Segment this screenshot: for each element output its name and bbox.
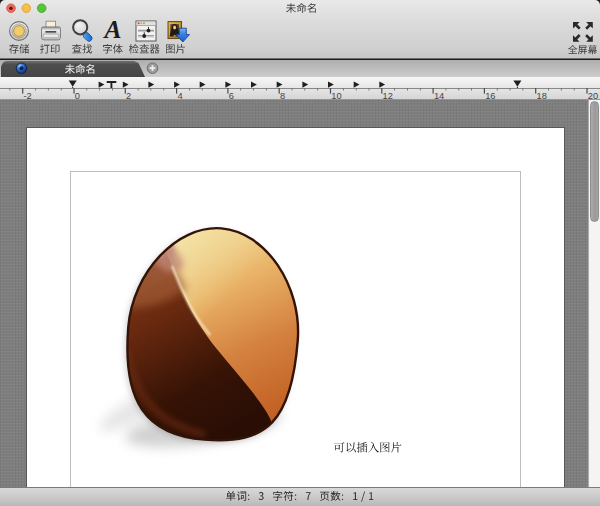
svg-text:20: 20 bbox=[588, 91, 598, 100]
svg-text:4: 4 bbox=[177, 91, 182, 100]
svg-text:12: 12 bbox=[383, 91, 393, 100]
svg-text:8: 8 bbox=[280, 91, 285, 100]
svg-text:14: 14 bbox=[434, 91, 444, 100]
svg-text:10: 10 bbox=[331, 91, 341, 100]
svg-text:0: 0 bbox=[75, 91, 80, 100]
svg-text:16: 16 bbox=[485, 91, 495, 100]
svg-text:2: 2 bbox=[126, 91, 131, 100]
svg-text:6: 6 bbox=[229, 91, 234, 100]
svg-text:-2: -2 bbox=[24, 91, 32, 100]
svg-text:18: 18 bbox=[537, 91, 547, 100]
